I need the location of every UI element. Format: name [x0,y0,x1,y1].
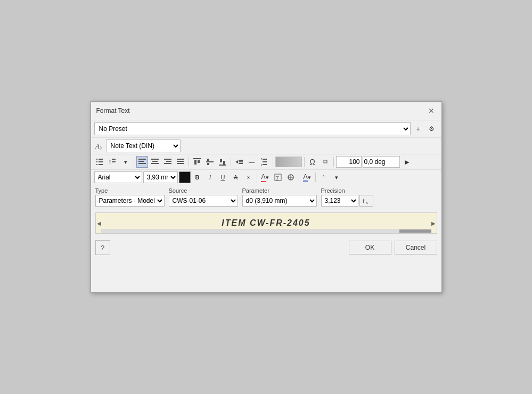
preview-text: ITEM CW-FR-2405 [211,218,321,228]
calc-button[interactable]: f x [359,195,373,207]
symbol-button[interactable]: ∑ [272,171,284,183]
svg-rect-3 [99,159,103,160]
align-center-button[interactable] [149,156,161,168]
scrollbar-thumb[interactable] [399,229,431,233]
type-label: Type [95,187,165,194]
svg-rect-28 [206,161,214,162]
svg-rect-5 [99,161,103,162]
preview-area: ◀ ITEM CW-FR-2405 ▶ [95,212,437,234]
dialog-title: Format Text [96,107,130,114]
source-group: Source CWS-01-06 [169,187,238,207]
text-color-button[interactable]: A▾ [301,171,313,183]
svg-text:∑: ∑ [276,175,279,180]
add-preset-button[interactable]: ＋ [412,122,424,135]
style-row: A y Note Text (DIN) [91,138,441,154]
bold-button[interactable]: B [192,171,203,183]
parameters-row: Type Parameters - Model Source CWS-01-06… [91,185,441,209]
underline-button[interactable]: U [217,171,229,183]
scale-input[interactable]: 100 [336,156,362,168]
play-button[interactable]: ▶ [401,156,413,168]
scroll-left-button[interactable]: ◀ [96,219,102,227]
svg-rect-25 [194,160,197,165]
reference-button[interactable]: Ω [307,156,318,168]
source-label: Source [169,187,238,194]
svg-rect-20 [164,163,171,164]
svg-text:A: A [95,142,100,150]
scroll-right-button[interactable]: ▶ [430,219,437,227]
svg-rect-19 [166,161,171,162]
svg-rect-38 [263,161,267,162]
svg-rect-32 [219,165,226,166]
valign-bottom-button[interactable] [217,156,228,168]
italic-button[interactable]: I [204,171,216,183]
degree-button[interactable]: ° [318,171,330,183]
parameter-label: Parameter [242,187,317,194]
svg-rect-29 [207,163,209,165]
parameter-select[interactable]: d0 (3,910 mm) [242,195,317,207]
svg-rect-31 [223,161,225,165]
svg-rect-17 [151,163,159,164]
preset-select[interactable]: No Preset [94,122,411,135]
indent-decrease-button[interactable] [233,156,245,168]
separator-9 [315,173,316,182]
size-select[interactable]: 3,93 mm [143,171,178,183]
preset-row: No Preset ＋ ⚙ [91,120,441,138]
close-button[interactable]: ✕ [427,106,436,116]
valign-top-button[interactable] [191,156,203,168]
strikethrough-button[interactable]: A [230,171,242,183]
svg-rect-21 [177,159,184,160]
font-select[interactable]: Arial [94,171,142,183]
style-select[interactable]: Note Text (DIN) [106,139,181,152]
valign-middle-button[interactable] [204,156,216,168]
formatting-toolbar-1: 1. 2. ▾ [91,154,441,170]
svg-rect-24 [193,158,201,159]
bottom-row: ? OK Cancel [91,237,441,258]
preview-scrollbar[interactable] [101,229,431,233]
svg-rect-15 [151,159,159,160]
bullet-list-button[interactable] [94,156,106,168]
align-left-button[interactable] [136,156,148,168]
align-justify-button[interactable] [175,156,186,168]
svg-text:f: f [363,198,365,204]
color-picker-button[interactable]: A▾ [259,171,271,183]
degree-dropdown-button[interactable]: ▾ [331,171,342,183]
format-text-dialog: Format Text ✕ No Preset ＋ ⚙ A y Note Tex… [91,101,442,293]
svg-rect-13 [138,161,144,162]
numbered-list-button[interactable]: 1. 2. [107,156,119,168]
svg-rect-6 [96,164,97,165]
separator-6 [333,157,334,167]
parameter-group: Parameter d0 (3,910 mm) [242,187,317,207]
text-color-swatch[interactable] [179,171,191,183]
settings-button[interactable]: ⚙ [425,122,438,135]
symbol2-button[interactable] [285,171,297,183]
svg-marker-33 [235,160,238,163]
spacer [91,258,441,292]
angle-input[interactable]: 0,0 deg [363,156,400,168]
ok-button[interactable]: OK [349,241,391,255]
source-select[interactable]: CWS-01-06 [169,195,238,207]
type-select[interactable]: Parameters - Model [95,195,165,207]
superscript-button[interactable]: x [243,171,255,183]
svg-rect-12 [138,159,146,160]
svg-rect-39 [263,164,267,165]
align-right-button[interactable] [162,156,174,168]
ref-options-button[interactable] [320,156,331,168]
svg-text:x: x [366,200,368,205]
svg-marker-40 [261,158,262,160]
font-toolbar: Arial 3,93 mm B I U A x A▾ ∑ A▾ ° ▾ [91,170,441,185]
svg-rect-22 [177,161,184,162]
precision-group: Precision 3,123 f x [321,187,373,207]
dash-button[interactable]: — [246,156,258,168]
dialog-buttons: OK Cancel [349,241,437,255]
list-options-button[interactable]: ▾ [120,156,132,168]
precision-select[interactable]: 3,123 [321,195,358,207]
separator-3 [231,157,231,167]
line-spacing-button[interactable] [259,156,271,168]
cancel-button[interactable]: Cancel [395,241,437,255]
help-button[interactable]: ? [95,240,110,255]
precision-label: Precision [321,187,373,194]
svg-rect-27 [207,159,209,161]
svg-rect-14 [138,163,146,164]
separator-4 [273,157,273,167]
svg-text:2.: 2. [109,161,111,164]
